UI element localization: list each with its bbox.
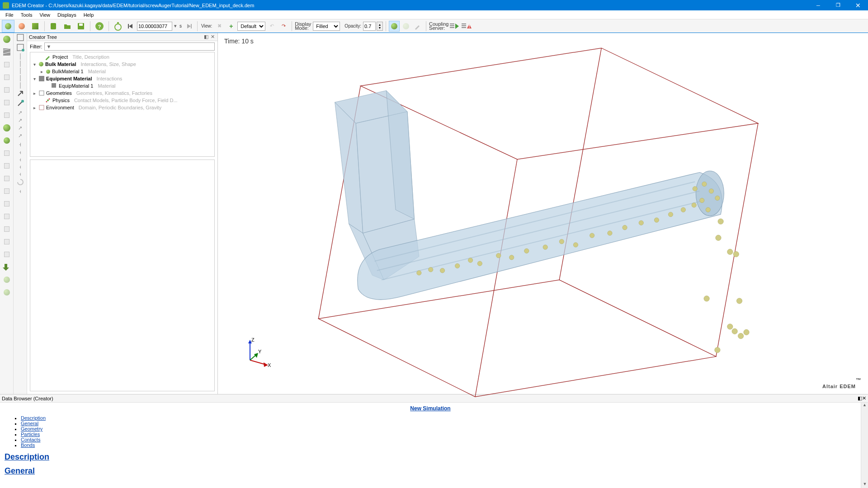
view-add-button[interactable]: +: [226, 21, 236, 32]
tree-row-bulk[interactable]: ▾ Bulk Material Interactions, Size, Shap…: [30, 61, 214, 68]
lt2-btn-18[interactable]: ⫞: [19, 171, 22, 177]
lt2-btn-10[interactable]: ↗: [18, 110, 22, 116]
open-button[interactable]: [61, 20, 74, 33]
creator-mode-button[interactable]: [2, 20, 14, 33]
lt2-btn-6[interactable]: [20, 75, 21, 81]
show-particles-button[interactable]: [389, 21, 400, 32]
menu-tools[interactable]: Tools: [17, 11, 36, 19]
close-button[interactable]: ✕: [848, 0, 868, 10]
lt1-btn-9[interactable]: [1, 135, 12, 146]
show-geometry-button[interactable]: [401, 21, 411, 32]
lt1-btn-6[interactable]: [1, 97, 12, 108]
link-geometry[interactable]: Geometry: [21, 426, 42, 432]
opacity-input[interactable]: [363, 22, 376, 31]
lt2-btn-1[interactable]: [17, 34, 24, 42]
step-forward-button[interactable]: [184, 21, 194, 32]
lt2-btn-16[interactable]: ⫞: [19, 157, 22, 162]
step-back-button[interactable]: [125, 21, 136, 32]
lt1-btn-3[interactable]: [1, 59, 12, 70]
panel-dock-button[interactable]: ◧: [203, 34, 209, 40]
lt2-btn-13[interactable]: ↗: [18, 133, 22, 139]
lt1-btn-18[interactable]: [1, 249, 12, 260]
brush-button[interactable]: [412, 21, 423, 32]
link-contacts[interactable]: Contacts: [21, 437, 40, 442]
db-close-button[interactable]: ✕: [862, 395, 866, 401]
coupling-play-button[interactable]: [449, 21, 460, 32]
lt1-btn-5[interactable]: [1, 84, 12, 95]
tree-body[interactable]: Project Title, Description ▾ Bulk Materi…: [30, 52, 215, 157]
view-select[interactable]: Default: [237, 22, 265, 31]
lt1-btn-21[interactable]: [1, 287, 12, 298]
lt1-btn-1[interactable]: [1, 34, 12, 45]
lt2-btn-15[interactable]: ⫞: [19, 150, 22, 155]
menu-displays[interactable]: Displays: [54, 11, 80, 19]
lt2-btn-4[interactable]: [20, 61, 21, 66]
lt2-btn-19[interactable]: [17, 178, 24, 187]
lt2-btn-12[interactable]: ↗: [18, 125, 22, 131]
viewport-3d[interactable]: Time: 10 s: [218, 33, 868, 394]
lt2-btn-7[interactable]: [20, 83, 21, 88]
tree-row-project[interactable]: Project Title, Description: [30, 53, 214, 61]
help-button[interactable]: ?: [93, 20, 106, 33]
new-button[interactable]: [47, 20, 60, 33]
filter-dropdown[interactable]: ▼: [44, 42, 215, 51]
lt1-btn-20[interactable]: [1, 274, 12, 285]
coupling-warning-button[interactable]: !: [461, 21, 472, 32]
time-input[interactable]: [137, 22, 172, 31]
undo-view-button[interactable]: ↶: [266, 21, 277, 32]
analyst-mode-button[interactable]: [29, 20, 42, 33]
lt2-btn-2[interactable]: [17, 44, 24, 52]
minimize-button[interactable]: ─: [808, 0, 828, 10]
lt1-btn-12[interactable]: [1, 173, 12, 184]
opacity-down[interactable]: ▼: [377, 26, 382, 29]
tree-row-geom[interactable]: ▸ Geometries Geometries, Kinematics, Fac…: [30, 89, 214, 97]
lt2-btn-5[interactable]: [20, 68, 21, 74]
link-description[interactable]: Description: [21, 415, 46, 421]
link-particles[interactable]: Particles: [21, 432, 40, 437]
lt1-btn-10[interactable]: [1, 148, 12, 159]
link-bonds[interactable]: Bonds: [21, 442, 35, 448]
simulator-mode-button[interactable]: [15, 20, 28, 33]
lt1-btn-11[interactable]: [1, 160, 12, 171]
redo-view-button[interactable]: ↷: [278, 21, 289, 32]
display-mode-select[interactable]: Filled: [313, 22, 340, 31]
lt1-btn-4[interactable]: [1, 72, 12, 83]
view-delete-button[interactable]: ✖: [214, 21, 225, 32]
maximize-button[interactable]: ❐: [828, 0, 848, 10]
lt2-btn-20[interactable]: ⫞: [19, 188, 22, 194]
lt1-btn-19[interactable]: [1, 262, 12, 272]
lt2-btn-14[interactable]: ⫞: [19, 141, 22, 148]
svg-point-37: [468, 258, 472, 263]
tree-row-env[interactable]: ▸ Environment Domain, Periodic Boundarie…: [30, 104, 214, 111]
tree-row-equip1[interactable]: EquipMaterial 1 Material: [30, 82, 214, 89]
stopwatch-button[interactable]: [112, 20, 124, 33]
menu-help[interactable]: Help: [80, 11, 98, 19]
menu-view[interactable]: View: [36, 11, 54, 19]
tree-row-bulk1[interactable]: ▸ BulkMaterial 1 Material: [30, 68, 214, 75]
simulation-heading[interactable]: New Simulation: [5, 405, 856, 412]
lt1-btn-13[interactable]: [1, 186, 12, 197]
panel-close-button[interactable]: ✕: [209, 34, 216, 40]
db-dock-button[interactable]: ◧: [858, 395, 862, 401]
lt1-btn-2[interactable]: [1, 47, 12, 57]
save-button[interactable]: [75, 20, 87, 33]
tree-row-equip[interactable]: ▾ Equipment Material Interactions: [30, 75, 214, 82]
lt1-btn-15[interactable]: [1, 211, 12, 222]
lt1-btn-8[interactable]: [1, 122, 12, 133]
data-browser-body[interactable]: New Simulation Description General Geome…: [0, 403, 861, 488]
opacity-up[interactable]: ▲: [377, 23, 382, 26]
lt2-btn-9[interactable]: [17, 100, 24, 108]
lt1-btn-17[interactable]: [1, 236, 12, 247]
lt1-btn-14[interactable]: [1, 198, 12, 209]
lt1-btn-16[interactable]: [1, 224, 12, 235]
lt2-btn-17[interactable]: ⫞: [19, 164, 22, 169]
lt2-btn-3[interactable]: [20, 54, 21, 59]
lt2-btn-11[interactable]: ↗: [18, 117, 22, 123]
svg-rect-22: [52, 83, 56, 88]
tree-row-physics[interactable]: Physics Contact Models, Particle Body Fo…: [30, 97, 214, 104]
menu-file[interactable]: File: [2, 11, 17, 19]
vertical-scrollbar[interactable]: ▲ ▼: [861, 403, 868, 488]
link-general[interactable]: General: [21, 421, 38, 426]
lt1-btn-7[interactable]: [1, 110, 12, 121]
lt2-btn-8[interactable]: [17, 90, 24, 98]
